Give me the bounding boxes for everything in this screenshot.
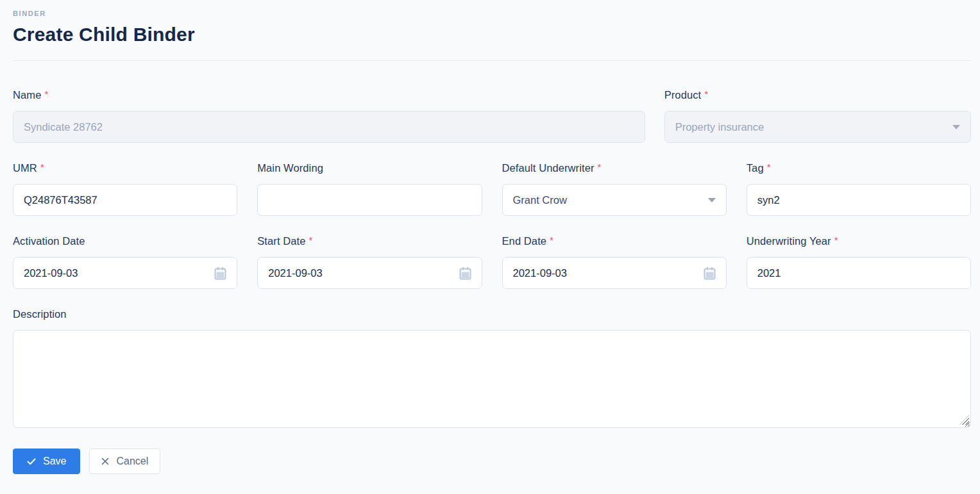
calendar-icon[interactable]: [704, 267, 716, 280]
form-row-3: Activation Date Start Date *: [13, 235, 971, 289]
name-label: Name: [13, 89, 41, 101]
header-divider: [13, 60, 971, 61]
main-wording-input[interactable]: [257, 184, 482, 216]
end-date-picker[interactable]: [502, 257, 727, 289]
tag-input[interactable]: [747, 184, 971, 216]
required-asterisk: *: [767, 161, 771, 172]
field-umr: UMR *: [13, 162, 237, 216]
form-row-2: UMR * Main Wording Default Underwriter *…: [13, 162, 971, 216]
field-name: Name *: [13, 89, 645, 143]
required-asterisk: *: [704, 88, 708, 99]
required-asterisk: *: [44, 88, 48, 99]
required-asterisk: *: [598, 161, 602, 172]
chevron-down-icon: [708, 198, 716, 202]
breadcrumb: BINDER: [13, 10, 971, 17]
start-date-picker[interactable]: [257, 257, 482, 289]
calendar-icon[interactable]: [214, 267, 226, 280]
field-default-underwriter: Default Underwriter * Grant Crow: [502, 162, 727, 216]
underwriting-year-input[interactable]: [747, 257, 971, 289]
required-asterisk: *: [834, 235, 838, 245]
tag-label: Tag: [747, 162, 764, 174]
name-input: [13, 111, 645, 143]
description-label: Description: [13, 308, 67, 320]
x-icon: [101, 457, 109, 465]
product-select: Property insurance: [664, 111, 971, 143]
required-asterisk: *: [309, 235, 313, 245]
field-main-wording: Main Wording: [257, 162, 482, 216]
field-description: Description: [13, 308, 971, 428]
required-asterisk: *: [550, 235, 553, 245]
start-date-label: Start Date: [257, 235, 305, 247]
default-underwriter-selected-value: Grant Crow: [513, 194, 702, 206]
description-textarea[interactable]: [13, 330, 971, 428]
activation-date-label: Activation Date: [13, 235, 85, 247]
field-underwriting-year: Underwriting Year *: [747, 235, 971, 289]
field-product: Product * Property insurance: [664, 89, 971, 143]
cancel-button[interactable]: Cancel: [89, 449, 160, 474]
umr-input[interactable]: [13, 184, 237, 216]
form-row-1: Name * Product * Property insurance: [13, 89, 971, 143]
save-button[interactable]: Save: [13, 449, 80, 474]
cancel-button-label: Cancel: [116, 456, 148, 467]
default-underwriter-select[interactable]: Grant Crow: [502, 184, 727, 216]
form-actions: Save Cancel: [13, 449, 971, 474]
field-tag: Tag *: [747, 162, 971, 216]
save-button-label: Save: [43, 456, 66, 467]
main-wording-label: Main Wording: [257, 162, 323, 174]
field-activation-date: Activation Date: [13, 235, 237, 289]
create-child-binder-page: BINDER Create Child Binder Name * Produc…: [0, 0, 980, 474]
check-icon: [27, 458, 36, 465]
activation-date-picker[interactable]: [13, 257, 237, 289]
start-date-input[interactable]: [268, 267, 452, 279]
calendar-icon[interactable]: [459, 267, 471, 280]
end-date-input[interactable]: [513, 267, 697, 279]
default-underwriter-label: Default Underwriter: [502, 162, 595, 174]
chevron-down-icon: [952, 125, 960, 129]
product-label: Product: [664, 89, 702, 101]
page-title: Create Child Binder: [13, 24, 971, 45]
product-selected-value: Property insurance: [675, 121, 946, 133]
page-header: BINDER Create Child Binder: [13, 0, 971, 45]
required-asterisk: *: [40, 161, 44, 172]
field-start-date: Start Date *: [257, 235, 482, 289]
field-end-date: End Date *: [502, 235, 727, 289]
activation-date-input[interactable]: [24, 267, 208, 279]
underwriting-year-label: Underwriting Year: [747, 235, 831, 247]
end-date-label: End Date: [502, 235, 547, 247]
umr-label: UMR: [13, 162, 37, 174]
